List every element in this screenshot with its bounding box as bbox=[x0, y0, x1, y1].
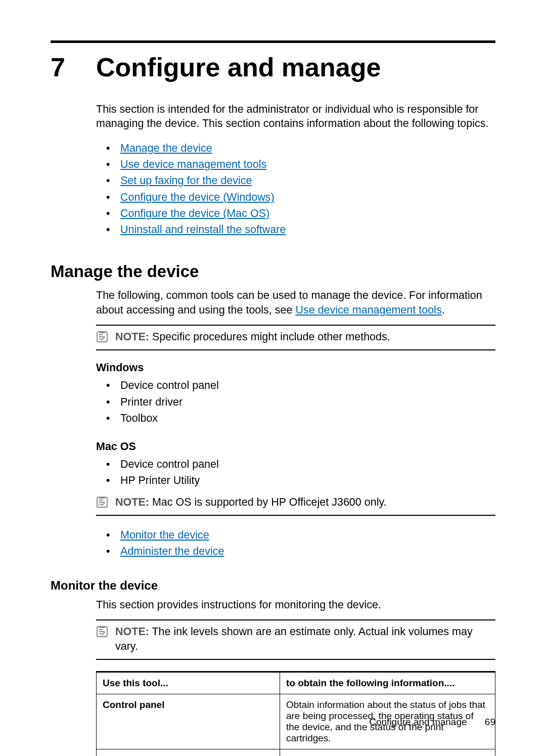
footer-label: Configure and manage bbox=[369, 717, 467, 727]
toc-link-macos[interactable]: Configure the device (Mac OS) bbox=[120, 207, 269, 219]
link-administer[interactable]: Administer the device bbox=[120, 545, 224, 557]
chapter-title: Configure and manage bbox=[96, 52, 381, 82]
chapter-header: 7 Configure and manage bbox=[51, 52, 495, 82]
table-header-tool: Use this tool... bbox=[97, 672, 280, 694]
link-use-tools-inline[interactable]: Use device management tools bbox=[295, 304, 441, 316]
note-label-3: NOTE: bbox=[115, 626, 149, 638]
toc-link-fax[interactable]: Set up faxing for the device bbox=[120, 174, 252, 187]
note-body-3: The ink levels shown are an estimate onl… bbox=[115, 626, 473, 652]
chapter-toc: Manage the device Use device management … bbox=[96, 140, 495, 238]
list-item: Device control panel bbox=[106, 377, 495, 393]
toc-link-uninstall[interactable]: Uninstall and reinstall the software bbox=[120, 224, 286, 236]
macos-heading: Mac OS bbox=[96, 440, 495, 453]
note-text-3: NOTE: The ink levels shown are an estima… bbox=[115, 625, 495, 654]
toc-link-windows[interactable]: Configure the device (Windows) bbox=[120, 191, 275, 203]
section-heading-manage: Manage the device bbox=[51, 262, 495, 281]
note-icon bbox=[96, 330, 109, 343]
list-item: Device control panel bbox=[106, 456, 495, 472]
note-block-1: NOTE: Specific procedures might include … bbox=[96, 325, 495, 350]
note-label-2: NOTE: bbox=[115, 496, 149, 508]
manage-para: The following, common tools can be used … bbox=[96, 288, 495, 318]
windows-heading: Windows bbox=[96, 362, 495, 374]
monitor-table: Use this tool... to obtain the following… bbox=[96, 671, 495, 756]
macos-list: Device control panel HP Printer Utility bbox=[96, 456, 495, 489]
subsection-heading-monitor: Monitor the device bbox=[51, 579, 495, 593]
manage-para-suffix: . bbox=[442, 304, 445, 316]
page-number: 69 bbox=[485, 717, 495, 727]
toc-link-tools[interactable]: Use device management tools bbox=[120, 158, 266, 170]
toc-link-manage[interactable]: Manage the device bbox=[120, 142, 212, 154]
table-header-row: Use this tool... to obtain the following… bbox=[97, 672, 495, 694]
table-header-info: to obtain the following information.... bbox=[280, 672, 495, 694]
note-label-1: NOTE: bbox=[115, 331, 149, 343]
note-block-3: NOTE: The ink levels shown are an estima… bbox=[96, 619, 495, 660]
cell-info-2: Print cartridge information: Click the E… bbox=[280, 749, 495, 756]
note-text-2: NOTE: Mac OS is supported by HP Officeje… bbox=[115, 495, 387, 510]
note-body-1: Specific procedures might include other … bbox=[152, 331, 390, 343]
cell-tool-1: Control panel bbox=[103, 699, 164, 710]
intro-text: This section is intended for the adminis… bbox=[96, 103, 495, 131]
note-icon bbox=[96, 625, 109, 638]
list-item: HP Printer Utility bbox=[106, 472, 495, 488]
table-row: Toolbox (Windows) Print cartridge inform… bbox=[97, 749, 495, 756]
page-footer: Configure and manage 69 bbox=[369, 717, 495, 728]
top-rule bbox=[51, 40, 495, 43]
sublink-list: Monitor the device Administer the device bbox=[96, 527, 495, 560]
note-text-1: NOTE: Specific procedures might include … bbox=[115, 330, 390, 344]
note-block-2: NOTE: Mac OS is supported by HP Officeje… bbox=[96, 491, 495, 516]
note-body-2: Mac OS is supported by HP Officejet J360… bbox=[152, 496, 387, 508]
monitor-para: This section provides instructions for m… bbox=[96, 598, 495, 612]
list-item: Toolbox bbox=[106, 410, 495, 426]
list-item: Printer driver bbox=[106, 394, 495, 410]
chapter-number: 7 bbox=[51, 52, 96, 82]
windows-list: Device control panel Printer driver Tool… bbox=[96, 377, 495, 426]
link-monitor[interactable]: Monitor the device bbox=[120, 529, 209, 541]
note-icon bbox=[96, 495, 109, 508]
